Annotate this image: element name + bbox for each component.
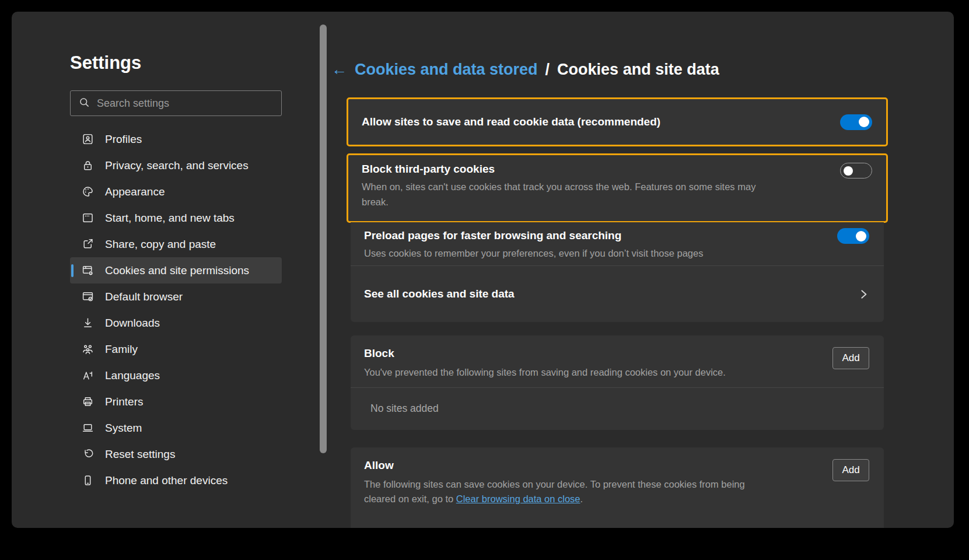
- block-add-button[interactable]: Add: [832, 347, 869, 369]
- sidebar-item-default-browser[interactable]: Default browser: [70, 284, 282, 310]
- languages-icon: [82, 369, 94, 382]
- preload-pages-toggle[interactable]: [837, 228, 869, 244]
- sidebar-item-system[interactable]: System: [70, 415, 282, 441]
- breadcrumb: ← Cookies and data stored / Cookies and …: [331, 61, 719, 79]
- setting-description: When on, sites can't use cookies that tr…: [362, 180, 773, 209]
- setting-row-preload-pages: Preload pages for faster browsing and se…: [351, 222, 884, 265]
- block-third-party-toggle[interactable]: [840, 163, 872, 178]
- settings-card: Preload pages for faster browsing and se…: [351, 222, 884, 322]
- allow-card-header: Allow The following sites can save cooki…: [351, 447, 884, 514]
- allow-cookies-toggle[interactable]: [840, 114, 872, 130]
- sidebar-item-label: Reset settings: [105, 448, 175, 461]
- clear-browsing-data-link[interactable]: Clear browsing data on close: [456, 494, 580, 504]
- sidebar-item-cookies-site-permissions[interactable]: Cookies and site permissions: [70, 257, 282, 284]
- sidebar-item-share-copy-paste[interactable]: Share, copy and paste: [70, 231, 282, 257]
- allow-section-description: The following sites can save cookies on …: [364, 477, 764, 506]
- sidebar-item-label: Cookies and site permissions: [105, 264, 249, 277]
- sidebar-item-downloads[interactable]: Downloads: [70, 310, 282, 336]
- breadcrumb-separator: /: [545, 61, 550, 79]
- sidebar-item-label: Default browser: [105, 290, 183, 303]
- sidebar-item-printers[interactable]: Printers: [70, 388, 282, 415]
- settings-search-box[interactable]: [70, 90, 282, 116]
- setting-description: Uses cookies to remember your preference…: [364, 246, 884, 261]
- allow-section-title: Allow: [364, 459, 820, 472]
- back-arrow-icon[interactable]: ←: [331, 61, 347, 79]
- setting-title: Allow sites to save and read cookie data…: [348, 116, 660, 128]
- share-icon: [82, 238, 94, 250]
- reset-icon: [82, 448, 94, 460]
- search-settings-input[interactable]: [97, 97, 273, 110]
- chevron-right-icon: [859, 289, 869, 299]
- settings-sidebar: Settings Profiles Privacy, search, and s…: [12, 12, 328, 528]
- setting-title: Preload pages for faster browsing and se…: [364, 229, 884, 242]
- sidebar-item-label: Languages: [105, 369, 160, 382]
- breadcrumb-parent-link[interactable]: Cookies and data stored: [355, 61, 538, 79]
- setting-title: Block third-party cookies: [362, 163, 872, 176]
- page-title: Cookies and site data: [557, 61, 719, 79]
- sidebar-item-label: Share, copy and paste: [105, 238, 216, 251]
- setting-row-allow-cookies: Allow sites to save and read cookie data…: [347, 97, 888, 146]
- system-laptop-icon: [82, 422, 94, 434]
- sidebar-item-label: Family: [105, 343, 138, 356]
- sidebar-item-phone-other-devices[interactable]: Phone and other devices: [70, 467, 282, 494]
- sidebar-item-privacy[interactable]: Privacy, search, and services: [70, 152, 282, 178]
- sidebar-item-family[interactable]: Family: [70, 336, 282, 362]
- settings-nav: Profiles Privacy, search, and services A…: [70, 126, 282, 494]
- sidebar-item-label: Privacy, search, and services: [105, 159, 249, 172]
- setting-row-block-third-party: Block third-party cookies When on, sites…: [347, 153, 888, 223]
- sidebar-item-label: System: [105, 422, 142, 435]
- sidebar-item-label: Appearance: [105, 186, 165, 198]
- edge-settings-window: Settings Profiles Privacy, search, and s…: [12, 12, 954, 528]
- phone-icon: [82, 474, 94, 487]
- block-section-description: You've prevented the following sites fro…: [364, 365, 820, 380]
- allow-description-suffix: .: [580, 494, 583, 504]
- settings-content-pane: ← Cookies and data stored / Cookies and …: [328, 12, 954, 528]
- sidebar-item-reset-settings[interactable]: Reset settings: [70, 441, 282, 467]
- sidebar-scrollbar[interactable]: [320, 24, 327, 453]
- settings-page-title: Settings: [70, 52, 141, 74]
- appearance-palette-icon: [82, 186, 94, 198]
- privacy-lock-icon: [82, 159, 94, 172]
- block-empty-state: No sites added: [351, 388, 884, 430]
- sidebar-item-label: Downloads: [105, 317, 160, 330]
- block-section-title: Block: [364, 347, 820, 360]
- see-all-cookies-row[interactable]: See all cookies and site data: [351, 266, 884, 322]
- block-card-header: Block You've prevented the following sit…: [351, 335, 884, 387]
- sidebar-item-languages[interactable]: Languages: [70, 362, 282, 388]
- sidebar-item-profiles[interactable]: Profiles: [70, 126, 282, 152]
- start-home-tabs-icon: [82, 212, 94, 224]
- default-browser-icon: [82, 290, 94, 303]
- sidebar-item-label: Start, home, and new tabs: [105, 212, 235, 225]
- printer-icon: [82, 396, 94, 408]
- allow-sites-card: Allow The following sites can save cooki…: [351, 447, 884, 528]
- sidebar-item-label: Printers: [105, 396, 143, 408]
- allow-add-button[interactable]: Add: [832, 459, 869, 481]
- sidebar-item-label: Profiles: [105, 133, 142, 146]
- sidebar-item-label: Phone and other devices: [105, 474, 228, 487]
- family-icon: [82, 343, 94, 355]
- sidebar-item-appearance[interactable]: Appearance: [70, 178, 282, 205]
- see-all-cookies-label: See all cookies and site data: [364, 288, 515, 300]
- sidebar-item-start-home-tabs[interactable]: Start, home, and new tabs: [70, 205, 282, 231]
- downloads-icon: [82, 317, 94, 329]
- cookies-permissions-icon: [82, 264, 94, 276]
- block-sites-card: Block You've prevented the following sit…: [351, 335, 884, 430]
- search-icon: [79, 97, 90, 110]
- profiles-icon: [82, 133, 94, 145]
